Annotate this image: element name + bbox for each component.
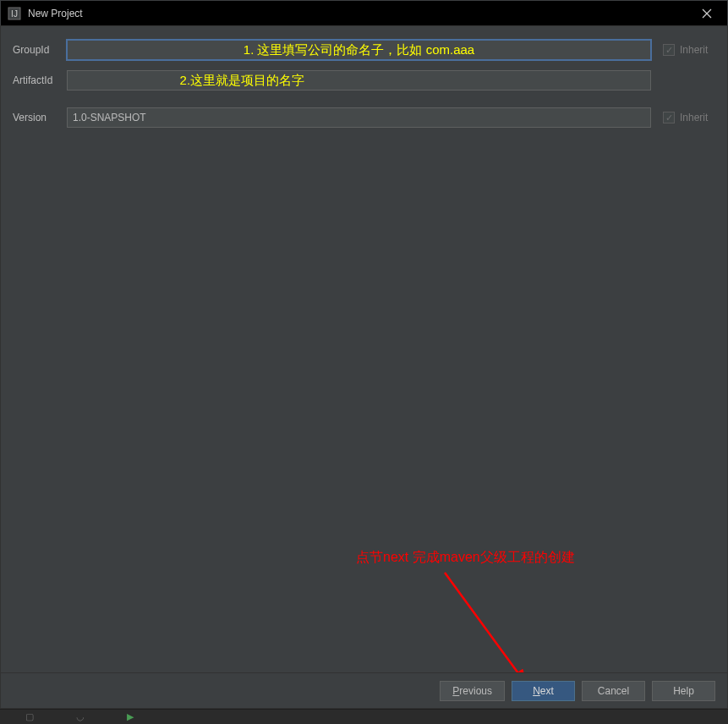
version-inherit-label: Inherit [680, 112, 708, 123]
version-row: Version ✓ Inherit [13, 107, 715, 128]
window-title: New Project [28, 8, 690, 19]
svg-text:IJ: IJ [11, 9, 18, 19]
artifactid-label: ArtifactId [13, 74, 67, 86]
svg-line-5 [445, 573, 525, 683]
version-input[interactable] [67, 107, 651, 128]
app-icon: IJ [8, 7, 21, 20]
ide-statusbar: ▢ ◡ ▶ [0, 709, 728, 724]
help-button[interactable]: Help [652, 681, 715, 701]
version-inherit-group: ✓ Inherit [663, 112, 715, 123]
statusbar-icon-1: ▢ [25, 711, 34, 722]
next-hint-annotation: 点节next 完成maven父级工程的创建 [356, 549, 575, 567]
artifactid-row: ArtifactId 2.这里就是项目的名字 [13, 70, 715, 90]
statusbar-icon-2: ◡ [76, 711, 85, 722]
statusbar-icon-3: ▶ [127, 711, 134, 722]
groupid-input[interactable] [67, 40, 651, 60]
groupid-label: GroupId [13, 44, 67, 56]
version-inherit-checkbox: ✓ [663, 112, 675, 123]
artifactid-input[interactable] [67, 70, 651, 90]
groupid-inherit-group: ✓ Inherit [663, 44, 715, 56]
next-button[interactable]: Next [512, 681, 575, 701]
button-bar: Previous Next Cancel Help [1, 672, 727, 708]
version-label: Version [13, 112, 67, 123]
close-button[interactable] [690, 2, 724, 25]
content-area: GroupId 1. 这里填写公司的命名子，比如 com.aaa ✓ Inher… [0, 25, 728, 709]
groupid-row: GroupId 1. 这里填写公司的命名子，比如 com.aaa ✓ Inher… [13, 40, 715, 60]
groupid-inherit-checkbox: ✓ [663, 44, 675, 56]
cancel-button[interactable]: Cancel [582, 681, 645, 701]
previous-button[interactable]: Previous [440, 681, 505, 701]
groupid-inherit-label: Inherit [680, 44, 708, 56]
titlebar: IJ New Project [0, 0, 728, 25]
